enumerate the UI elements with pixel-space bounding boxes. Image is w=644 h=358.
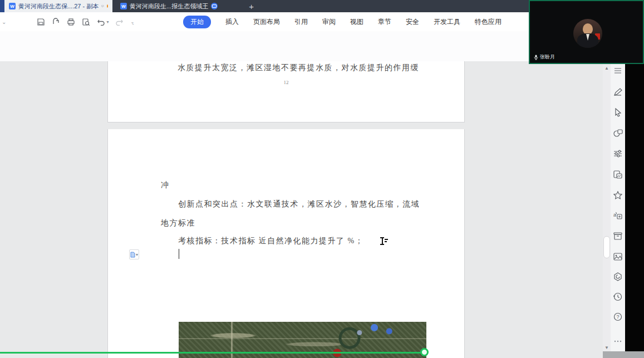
annotation-green-line (0, 352, 425, 354)
document-tab-2[interactable]: W 黄河河南段生...报生态领域王 (116, 0, 222, 12)
tab-view[interactable]: 视图 (350, 17, 363, 27)
page2-line-2: 创新点和突出点：水文联通技术，滩区水沙，智慧化压缩，流域 (178, 199, 420, 209)
history-clock-icon[interactable] (611, 290, 625, 304)
ibeam-mouse-cursor (380, 237, 387, 245)
resource-box-icon[interactable] (611, 229, 625, 243)
screen-share-indicator-icon (211, 3, 218, 9)
tab-security[interactable]: 安全 (406, 17, 419, 27)
taskbar-sliver (603, 351, 644, 358)
tab-insert[interactable]: 插入 (225, 17, 239, 27)
tab-section[interactable]: 章节 (378, 17, 391, 27)
tab-references[interactable]: 引用 (294, 17, 308, 27)
microphone-icon (534, 55, 538, 60)
favorites-star-icon[interactable] (611, 188, 625, 202)
svg-text:a: a (613, 212, 616, 218)
right-sidebar: a ? (611, 61, 625, 358)
customize-qat-dropdown-icon[interactable]: ⌄̱ (130, 19, 134, 24)
undo-button[interactable]: ▾ (97, 18, 109, 26)
quick-access-toolbar: ▾ ⌄̱ (37, 18, 134, 26)
page2-line-4: 考核指标：技术指标 近自然净化能力提升了 %； (178, 236, 363, 246)
window-edge-strip (0, 0, 4, 12)
tab-page-layout[interactable]: 页面布局 (253, 17, 280, 27)
picture-icon[interactable] (611, 249, 625, 264)
new-tab-button[interactable]: + (249, 0, 254, 12)
document-workspace[interactable]: 水质提升太宽泛，滩区湿地不要再提水质，对水质提升的作用缓 12 冲 创新点和突出… (0, 61, 603, 358)
scroll-down-icon[interactable]: ▼ (604, 345, 609, 350)
translate-icon[interactable]: a (611, 208, 625, 223)
monitor-icon (101, 3, 104, 9)
extract-images-icon[interactable] (611, 167, 625, 182)
save-button[interactable] (37, 18, 45, 26)
page2-line-3: 地方标准 (161, 218, 195, 228)
paste-options-icon (130, 252, 135, 258)
chevron-down-icon: ▾ (136, 252, 138, 257)
undo-dropdown-icon[interactable]: ▾ (106, 19, 109, 24)
wps-writer-icon: W (120, 3, 127, 9)
document-page-2[interactable]: 冲 创新点和突出点：水文联通技术，滩区水沙，智慧化压缩，流域 地方标准 考核指标… (107, 129, 465, 358)
wps-writer-icon: W (9, 3, 16, 9)
scroll-up-icon[interactable]: ▲ (604, 66, 609, 71)
page1-page-number: 12 (108, 80, 464, 85)
paste-options-button[interactable]: ▾ (129, 249, 139, 259)
text-caret (179, 249, 179, 259)
scrollbar-thumb[interactable] (603, 236, 610, 258)
skills-icon[interactable] (611, 269, 625, 284)
page1-paragraph: 水质提升太宽泛，滩区湿地不要再提水质，对水质提升的作用缓 (178, 63, 419, 73)
shapes-icon[interactable] (611, 126, 625, 140)
tab-developer[interactable]: 开发工具 (434, 17, 460, 27)
page2-line-1: 冲 (161, 180, 170, 190)
participant-face (583, 23, 593, 35)
tab-review[interactable]: 审阅 (322, 17, 336, 27)
adjust-sliders-icon[interactable] (611, 146, 625, 161)
document-tab-2-label: 黄河河南段生...报生态领域王 (130, 2, 208, 11)
redo-button[interactable] (115, 18, 124, 26)
collapse-window-icon[interactable]: ⌄ (2, 19, 6, 25)
document-page-1[interactable]: 水质提升太宽泛，滩区湿地不要再提水质，对水质提升的作用缓 12 (107, 61, 465, 122)
export-pdf-button[interactable] (52, 18, 60, 26)
help-icon[interactable]: ? (611, 310, 625, 324)
sidebar-menu-icon[interactable] (611, 63, 625, 78)
document-tab-1[interactable]: W 黄河河南段生态保....27 - 副本 (4, 0, 112, 12)
vertical-scrollbar[interactable]: ▲ ▼ (603, 61, 611, 358)
unsaved-dot-icon (107, 4, 108, 8)
svg-text:?: ? (617, 314, 620, 320)
more-dots-icon[interactable] (611, 334, 625, 349)
participant-name-tag: 张盼月 (532, 53, 558, 61)
document-tab-1-label: 黄河河南段生态保....27 - 副本 (18, 2, 99, 11)
menu-tab-strip: 开始 插入 页面布局 引用 审阅 视图 章节 安全 开发工具 特色应用 (183, 16, 502, 28)
video-call-overlay[interactable]: 张盼月 (529, 0, 644, 64)
edit-pencil-icon[interactable] (611, 85, 625, 99)
select-cursor-icon[interactable] (611, 105, 625, 120)
tab-special-features[interactable]: 特色应用 (475, 17, 502, 27)
participant-name: 张盼月 (540, 53, 555, 61)
print-button[interactable] (67, 18, 75, 26)
annotation-line-handle[interactable] (420, 348, 429, 356)
desktop-background-strip (625, 64, 644, 352)
print-preview-button[interactable] (82, 18, 90, 26)
participant-avatar (573, 19, 602, 48)
tab-home[interactable]: 开始 (183, 16, 211, 28)
